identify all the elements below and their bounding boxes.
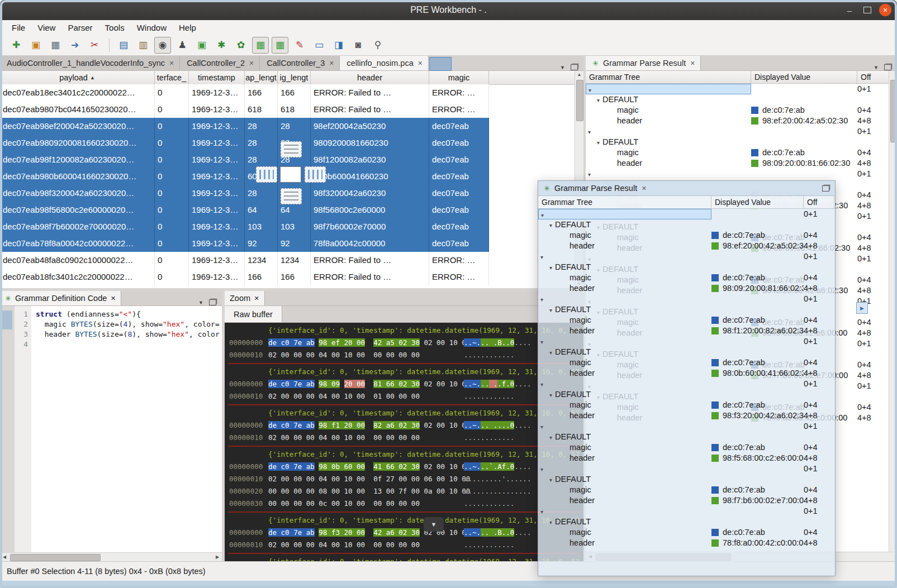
table-cell[interactable]: 0	[155, 135, 189, 151]
table-cell[interactable]: 28	[278, 118, 311, 135]
tree-row[interactable]: header78:f8:a0:00:42:c0:00:004+8	[538, 538, 835, 548]
tree-row[interactable]: ▾DEFAULT	[586, 94, 897, 105]
close-icon[interactable]: ×	[254, 294, 259, 303]
tree-column-header[interactable]: Displayed Value	[751, 71, 857, 83]
table-cell[interactable]: dec07eab18ec3401c2c20000022…	[0, 84, 155, 101]
tree-column-header[interactable]: Off	[804, 196, 834, 208]
panel-icon[interactable]: ▭	[311, 37, 328, 54]
detach-icon[interactable]	[884, 64, 891, 70]
menu-item-help[interactable]: Help	[173, 22, 202, 34]
tree-column-header[interactable]: Grammar Tree	[538, 196, 711, 208]
tree-row[interactable]: header98:09:20:00:81:66:02:304+8	[538, 283, 835, 294]
table-cell[interactable]: dec07eab9807bc0441650230020…	[0, 101, 155, 118]
table-cell[interactable]: 92	[245, 235, 278, 252]
tree-row[interactable]: magicde:c0:7e:ab0+4	[538, 527, 835, 538]
chevron-down-icon[interactable]: ▾	[540, 381, 543, 388]
table-row[interactable]: dec07eab980b600041660230020…01969-12-3…6…	[0, 168, 489, 185]
table-cell[interactable]: dec07eab	[429, 118, 489, 135]
tree-row[interactable]: ▾0+1	[538, 463, 835, 474]
detach-icon[interactable]	[209, 299, 216, 305]
tree-row[interactable]: ▾DEFAULT	[538, 432, 835, 442]
column-header-terface_[interactable]: terface_	[155, 71, 189, 84]
table-cell[interactable]: dec07eab	[429, 235, 489, 252]
chevron-down-icon[interactable]: ▾	[549, 307, 552, 313]
close-icon[interactable]: ×	[249, 59, 254, 68]
tree-row[interactable]: ▾DEFAULT	[538, 219, 835, 230]
table-row[interactable]: dec07eab98f1200082a60230020…01969-12-3…2…	[0, 151, 489, 168]
tree-row[interactable]: magicde:c0:7e:ab0+4	[586, 105, 897, 116]
tree-row[interactable]: header98:f5:68:00:c2:e6:00:004+8	[538, 453, 835, 463]
table-cell[interactable]: 0	[155, 168, 189, 185]
table-cell[interactable]: 1234	[278, 252, 311, 269]
table-cell[interactable]: ERROR: …	[429, 252, 489, 269]
tree-column-header[interactable]: Displayed Value	[711, 196, 804, 208]
table-cell[interactable]: ERROR: …	[429, 84, 489, 101]
tree-row[interactable]: ▾DEFAULT	[538, 304, 835, 315]
table-cell[interactable]: dec07eab980b600041660230020…	[0, 168, 155, 185]
table-cell[interactable]: 1969-12-3…	[189, 218, 245, 235]
bug-icon[interactable]: ✱	[213, 37, 230, 54]
table-cell[interactable]: 9809200081660230	[311, 135, 429, 151]
tree-column-header[interactable]: Off	[857, 71, 889, 83]
tree-row[interactable]: ▾DEFAULT	[538, 347, 835, 357]
table-cell[interactable]: ERROR: Failed to …	[311, 269, 429, 285]
table-cell[interactable]: 0	[155, 84, 189, 101]
table-cell[interactable]: 618	[245, 101, 278, 118]
table-cell[interactable]: 64	[245, 202, 278, 218]
table-row[interactable]: dec07eab48fa8c0902c10000022…01969-12-3…1…	[0, 252, 489, 269]
menu-item-tools[interactable]: Tools	[99, 22, 131, 34]
table-cell[interactable]: dec07eab98f56800c2e60000020…	[0, 202, 155, 218]
inspect-icon[interactable]: ◨	[330, 37, 347, 54]
table-cell[interactable]: 103	[245, 218, 278, 235]
table-cell[interactable]: 980b600041660230	[311, 168, 429, 185]
table-cell[interactable]: 1969-12-3…	[189, 84, 245, 101]
tree-row[interactable]: magicde:c0:7e:ab0+4	[538, 357, 835, 368]
chevron-down-icon[interactable]: ▾	[588, 171, 591, 178]
tree-row[interactable]: header98:09:20:00:81:66:02:304+8	[586, 158, 897, 169]
chevron-down-icon[interactable]: ▼	[198, 300, 203, 305]
screenshot-icon[interactable]: ▣	[193, 37, 210, 54]
tab-zoom[interactable]: Zoom ×	[225, 291, 265, 305]
chevron-down-icon[interactable]: ▾	[549, 350, 552, 356]
tree-row[interactable]: magicde:c0:7e:ab0+4	[538, 273, 835, 283]
chevron-down-icon[interactable]: ▾	[597, 140, 600, 146]
table-cell[interactable]: dec07eab	[429, 185, 489, 202]
table-cell[interactable]: 0	[155, 185, 189, 202]
table-cell[interactable]: dec07eab78f8a00042c00000022…	[0, 235, 155, 252]
tree-row[interactable]: ▾0+1	[538, 336, 835, 347]
chevron-down-icon[interactable]: ▼	[874, 65, 879, 70]
user-permissions-icon[interactable]: ♟	[174, 37, 191, 54]
tab-document-0[interactable]: AudioController_1_handleVocoderInfo_sync…	[0, 56, 180, 70]
chevron-down-icon[interactable]: ▾	[549, 222, 552, 228]
tree-row[interactable]: magicde:c0:7e:ab0+4	[586, 147, 897, 158]
tree-row[interactable]: ▾0+1	[538, 209, 835, 219]
table-cell[interactable]: 166	[278, 269, 311, 285]
table-row[interactable]: dec07eab18fc3401c2c20000022…01969-12-3…1…	[0, 269, 489, 285]
chevron-down-icon[interactable]: ▾	[540, 339, 543, 345]
close-icon[interactable]: ×	[169, 59, 174, 68]
table-cell[interactable]: 1969-12-3…	[189, 202, 245, 218]
copy-icon[interactable]: ▤	[115, 37, 132, 54]
table-cell[interactable]: ERROR: …	[429, 101, 489, 118]
table-cell[interactable]: 1234	[245, 252, 278, 269]
table-cell[interactable]: 1969-12-3…	[189, 185, 245, 202]
table-cell[interactable]: 28	[245, 185, 278, 202]
chevron-down-icon[interactable]: ▾	[540, 254, 543, 260]
tree-vscrollbar[interactable]	[889, 71, 897, 552]
tree-row[interactable]: magicde:c0:7e:ab0+4	[538, 442, 835, 453]
tree-row[interactable]: magicde:c0:7e:ab0+4	[538, 230, 835, 241]
scroll-left-icon[interactable]: ◀	[0, 553, 9, 561]
table-cell[interactable]: 92	[278, 235, 311, 252]
table-cell[interactable]: dec07eab9809200081660230020…	[0, 135, 155, 151]
scroll-thumb[interactable]	[890, 80, 897, 142]
column-header-timestamp[interactable]: timestamp	[189, 71, 245, 84]
table-row[interactable]: dec07eab98ef200042a50230020…01969-12-3…2…	[0, 118, 489, 135]
table-cell[interactable]: ERROR: Failed to …	[311, 101, 429, 118]
tab-document-2[interactable]: CallController_3×	[260, 56, 340, 70]
tree-row[interactable]: ▾DEFAULT	[538, 262, 835, 273]
tree-row[interactable]: header98:f3:20:00:42:a6:02:304+8	[538, 410, 835, 421]
table-cell[interactable]: 1969-12-3…	[189, 135, 245, 151]
plant-icon[interactable]: ✿	[232, 37, 249, 54]
open-icon[interactable]: ▣	[27, 37, 44, 54]
table-cell[interactable]: dec07eab18fc3401c2c20000022…	[0, 269, 155, 285]
